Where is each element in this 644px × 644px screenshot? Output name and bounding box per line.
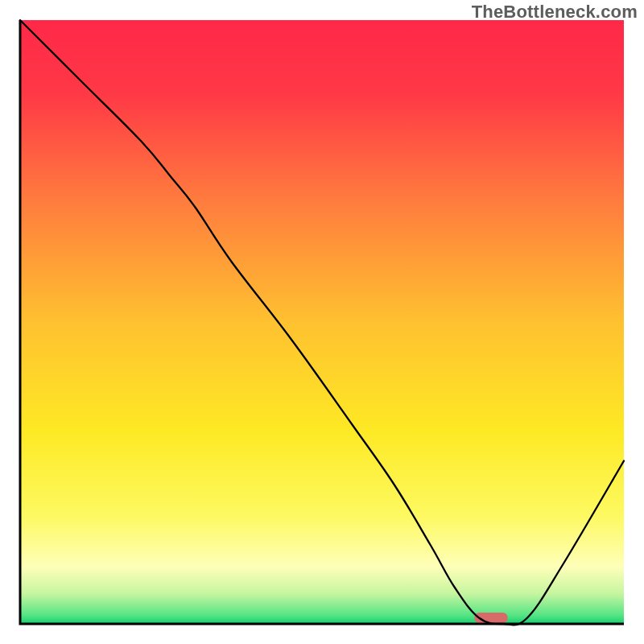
watermark-text: TheBottleneck.com	[472, 2, 638, 23]
bottleneck-chart	[0, 0, 644, 644]
chart-container: TheBottleneck.com	[0, 0, 644, 644]
